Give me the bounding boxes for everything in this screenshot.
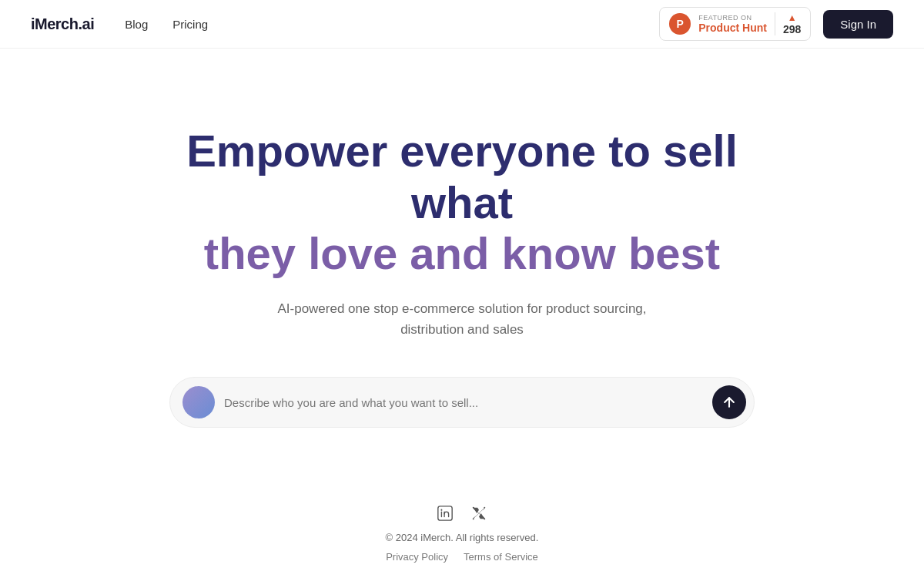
social-links	[434, 502, 490, 524]
product-hunt-badge[interactable]: P FEATURED ON Product Hunt ▲ 298	[659, 7, 811, 41]
product-hunt-text: FEATURED ON Product Hunt	[698, 14, 767, 34]
arrow-up-icon	[721, 395, 737, 410]
sign-in-button[interactable]: Sign In	[823, 10, 893, 39]
footer-copyright: © 2024 iMerch. All rights reserved.	[386, 532, 539, 543]
main-content: Empower everyone to sell what they love …	[0, 49, 924, 428]
main-nav: Blog Pricing	[125, 18, 208, 31]
product-hunt-featured-label: FEATURED ON	[698, 14, 767, 22]
site-logo[interactable]: iMerch.ai	[31, 15, 94, 33]
product-hunt-votes: ▲ 298	[775, 12, 801, 35]
search-avatar-icon	[182, 386, 215, 418]
product-hunt-icon: P	[669, 13, 691, 35]
header-left: iMerch.ai Blog Pricing	[31, 15, 208, 33]
terms-of-service-link[interactable]: Terms of Service	[464, 551, 538, 563]
x-twitter-icon[interactable]	[468, 502, 490, 524]
product-hunt-name: Product Hunt	[698, 22, 767, 34]
hero-title: Empower everyone to sell what they love …	[154, 126, 770, 280]
svg-rect-1	[438, 506, 452, 520]
nav-blog[interactable]: Blog	[125, 18, 148, 31]
search-submit-button[interactable]	[712, 385, 746, 419]
search-input[interactable]	[224, 396, 703, 409]
vote-count: 298	[783, 23, 801, 35]
nav-pricing[interactable]: Pricing	[172, 18, 208, 31]
site-header: iMerch.ai Blog Pricing P FEATURED ON Pro…	[0, 0, 924, 49]
hero-title-line1: Empower everyone to sell what	[186, 126, 738, 227]
site-footer: © 2024 iMerch. All rights reserved. Priv…	[0, 484, 924, 578]
upvote-arrow-icon: ▲	[788, 12, 797, 23]
hero-subtitle: AI-powered one stop e-commerce solution …	[270, 298, 654, 340]
hero-title-line2: they love and know best	[204, 228, 720, 278]
search-bar	[169, 377, 755, 428]
linkedin-icon[interactable]	[434, 502, 456, 524]
privacy-policy-link[interactable]: Privacy Policy	[386, 551, 448, 563]
header-right: P FEATURED ON Product Hunt ▲ 298 Sign In	[659, 7, 893, 41]
footer-links: Privacy Policy Terms of Service	[386, 551, 538, 563]
